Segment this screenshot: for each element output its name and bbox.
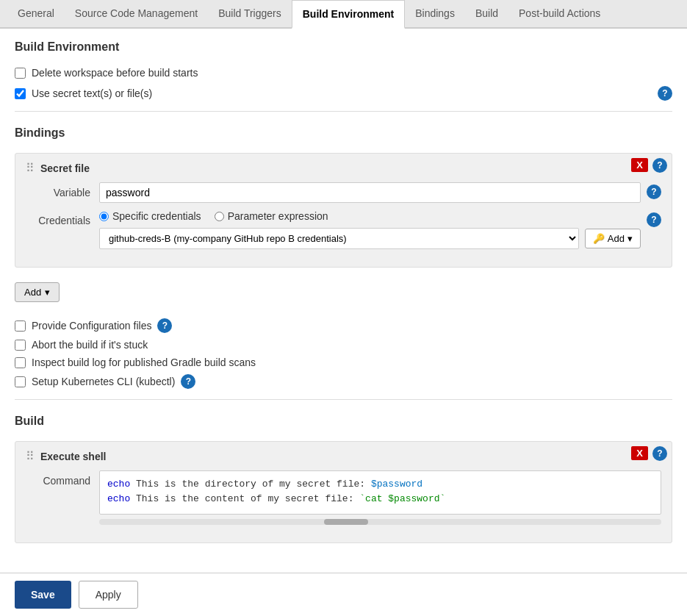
command-scrollbar[interactable]: [99, 519, 661, 525]
tab-build-environment[interactable]: Build Environment: [292, 0, 405, 29]
credentials-help-icon[interactable]: ?: [647, 212, 661, 227]
option-checkbox-3[interactable]: [15, 376, 26, 387]
credentials-field: Specific credentials Parameter expressio…: [99, 210, 641, 249]
bindings-title: Bindings: [15, 126, 672, 143]
use-secret-row: Use secret text(s) or file(s) ?: [15, 86, 672, 101]
option-label-0[interactable]: Provide Configuration files: [32, 320, 151, 332]
use-secret-label[interactable]: Use secret text(s) or file(s): [32, 87, 152, 99]
tab-general[interactable]: General: [7, 0, 65, 29]
delete-workspace-label[interactable]: Delete workspace before build starts: [32, 67, 198, 79]
secret-file-title: Secret file: [40, 162, 90, 174]
credentials-select[interactable]: github-creds-B (my-company GitHub repo B…: [99, 228, 579, 249]
execute-drag-handle-icon: ⠿: [26, 449, 35, 463]
tab-bindings[interactable]: Bindings: [405, 0, 465, 29]
add-binding-chevron: ▾: [45, 287, 50, 298]
credentials-add-chevron: ▾: [627, 233, 633, 244]
credentials-select-row: github-creds-B (my-company GitHub repo B…: [99, 228, 641, 249]
page-title: Build Environment: [15, 40, 672, 57]
add-binding-label: Add: [24, 287, 41, 298]
parameter-expression-radio[interactable]: [215, 212, 224, 221]
tab-build[interactable]: Build: [465, 0, 508, 29]
credentials-add-label: Add: [608, 233, 625, 244]
cat-cmd: `cat $password`: [359, 493, 445, 504]
page-content: Build Environment Delete workspace befor…: [0, 29, 687, 616]
tab-build-triggers[interactable]: Build Triggers: [208, 0, 292, 29]
specific-credentials-radio[interactable]: [99, 212, 109, 221]
variable-input[interactable]: [99, 182, 641, 203]
option-row-1: Abort the build if it's stuck: [15, 339, 672, 351]
option-checkbox-1[interactable]: [15, 340, 26, 351]
divider-2: [15, 399, 672, 400]
save-button[interactable]: Save: [15, 581, 71, 609]
credentials-add-button[interactable]: 🔑 Add ▾: [585, 229, 641, 248]
tab-source-code-management[interactable]: Source Code Management: [65, 0, 208, 29]
option-label-1[interactable]: Abort the build if it's stuck: [32, 339, 148, 351]
option-label-3[interactable]: Setup Kubernetes CLI (kubectl): [32, 376, 175, 387]
add-binding-button[interactable]: Add ▾: [15, 282, 60, 302]
option-label-2[interactable]: Inspect build log for published Gradle b…: [32, 357, 256, 368]
drag-handle-icon: ⠿: [26, 161, 35, 175]
option-row-3: Setup Kubernetes CLI (kubectl) ?: [15, 374, 672, 389]
execute-shell-help-icon[interactable]: ?: [652, 446, 667, 461]
option-checkbox-0[interactable]: [15, 320, 26, 332]
execute-shell-delete-button[interactable]: X: [631, 446, 648, 460]
delete-workspace-checkbox[interactable]: [15, 68, 26, 79]
tab-post-build-actions[interactable]: Post-build Actions: [508, 0, 611, 29]
tabs-bar: General Source Code Management Build Tri…: [0, 0, 687, 29]
build-title: Build: [15, 415, 672, 431]
option-row-0: Provide Configuration files ?: [15, 318, 672, 333]
parameter-expression-label: Parameter expression: [228, 210, 328, 222]
variable-label: Variable: [26, 182, 99, 198]
key-icon: 🔑: [593, 233, 605, 244]
command-row: Command echo This is the directory of my…: [26, 470, 661, 525]
specific-credentials-label: Specific credentials: [112, 210, 201, 222]
scrollbar-thumb: [324, 519, 368, 525]
secret-file-delete-button[interactable]: X: [631, 158, 648, 172]
execute-shell-card: X ? ⠿ Execute shell Command echo This is…: [15, 441, 672, 543]
parameter-expression-option[interactable]: Parameter expression: [215, 210, 328, 222]
secret-file-card: X ? ⠿ Secret file Variable ? Credentials: [15, 153, 672, 268]
use-secret-checkbox[interactable]: [15, 88, 26, 99]
footer-bar: Save Apply: [0, 573, 687, 616]
cmd-text-1: This is the directory of my secret file:: [130, 479, 371, 490]
divider-1: [15, 111, 672, 112]
execute-shell-header: ⠿ Execute shell: [26, 449, 661, 463]
bindings-section: Bindings X ? ⠿ Secret file Variable ? Cr…: [15, 126, 672, 389]
credentials-row: Credentials Specific credentials Paramet…: [26, 210, 661, 249]
command-label: Command: [26, 470, 99, 487]
cmd-text-2: This is the content of my secret file:: [130, 493, 359, 504]
delete-workspace-row: Delete workspace before build starts: [15, 67, 672, 79]
option-row-2: Inspect build log for published Gradle b…: [15, 357, 672, 368]
option-help-icon-3[interactable]: ?: [181, 374, 195, 389]
credentials-radio-row: Specific credentials Parameter expressio…: [99, 210, 641, 222]
echo-keyword-1: echo: [107, 479, 130, 490]
specific-credentials-option[interactable]: Specific credentials: [99, 210, 201, 222]
variable-field: [99, 182, 641, 203]
credentials-label: Credentials: [26, 210, 99, 226]
password-var-1: $password: [371, 479, 422, 490]
execute-shell-title: Execute shell: [40, 451, 107, 462]
command-area[interactable]: echo This is the directory of my secret …: [99, 470, 661, 515]
secret-file-header: ⠿ Secret file: [26, 161, 661, 175]
echo-keyword-2: echo: [107, 493, 130, 504]
secret-file-help-icon[interactable]: ?: [652, 158, 667, 173]
apply-button[interactable]: Apply: [79, 581, 138, 609]
option-help-icon-0[interactable]: ?: [157, 318, 172, 333]
variable-help-icon[interactable]: ?: [647, 185, 661, 199]
use-secret-help-icon[interactable]: ?: [658, 86, 672, 101]
build-section: Build X ? ⠿ Execute shell Command echo T…: [15, 415, 672, 543]
variable-row: Variable ?: [26, 182, 661, 203]
command-field: echo This is the directory of my secret …: [99, 470, 661, 525]
options-section: Provide Configuration files ? Abort the …: [15, 318, 672, 389]
option-checkbox-2[interactable]: [15, 357, 26, 368]
